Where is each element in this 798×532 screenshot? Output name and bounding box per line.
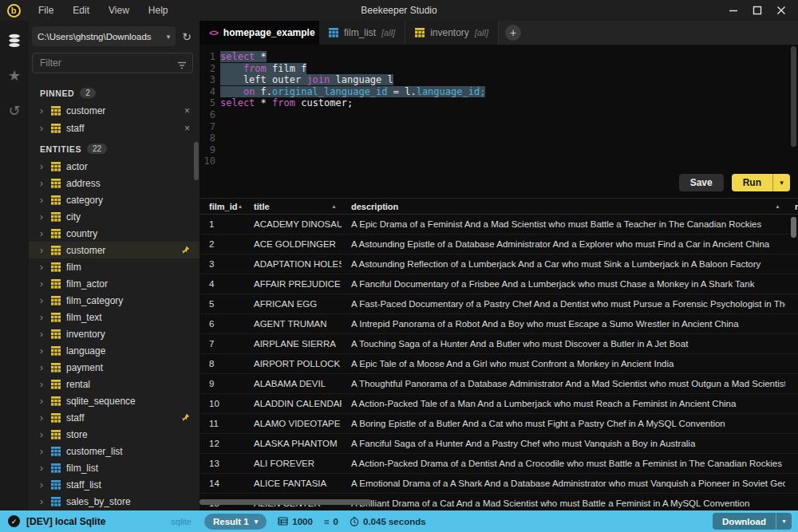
cell-film-id[interactable]: 2 <box>200 239 244 249</box>
menu-help[interactable]: Help <box>140 3 176 18</box>
cell-title[interactable]: AFRICAN EGG <box>244 299 342 309</box>
code-line[interactable]: select * from customer; <box>220 97 798 109</box>
results-vertical-scrollbar[interactable] <box>791 217 796 238</box>
cell-title[interactable]: ALICE FANTASIA <box>244 479 342 488</box>
code-line[interactable]: from film f <box>220 63 798 75</box>
cell-film-id[interactable]: 1 <box>200 219 244 229</box>
cell-title[interactable]: ALI FOREVER <box>244 459 342 468</box>
column-header-title[interactable]: title▲ <box>244 202 342 211</box>
refresh-icon[interactable]: ↻ <box>180 30 193 43</box>
sidebar-item-sqlite_sequence[interactable]: ›sqlite_sequence <box>29 392 200 409</box>
cell-title[interactable]: AFFAIR PREJUDICE <box>244 279 342 289</box>
connection-dropdown[interactable]: C:\Users\ghstng\Downloads ▾ <box>32 26 176 46</box>
cell-film-id[interactable]: 4 <box>200 279 244 289</box>
column-header-r[interactable]: r <box>785 202 798 211</box>
cell-title[interactable]: AGENT TRUMAN <box>244 319 342 329</box>
cell-title[interactable]: ALADDIN CALENDAR <box>244 399 342 408</box>
filter-input[interactable] <box>32 53 193 73</box>
cell-description[interactable]: A Epic Tale of a Moose And a Girl who mu… <box>342 359 785 368</box>
code-line[interactable] <box>220 156 798 167</box>
sql-editor[interactable]: 12345678910 select * from film f left ou… <box>200 45 798 198</box>
sidebar-item-film[interactable]: ›film <box>29 258 200 275</box>
cell-description[interactable]: A Astounding Epistle of a Database Admin… <box>342 239 785 249</box>
sort-arrow-icon[interactable]: ▲ <box>237 203 243 209</box>
sidebar-item-customer_list[interactable]: ›customer_list <box>29 443 200 459</box>
history-panel-button[interactable]: ↺ <box>4 100 25 121</box>
cell-title[interactable]: ALABAMA DEVIL <box>244 379 342 388</box>
cell-description[interactable]: A Thoughtful Panorama of a Database Admi… <box>342 379 785 388</box>
download-options-button[interactable]: ▾ <box>776 513 792 530</box>
cell-description[interactable]: A Fast-Paced Documentary of a Pastry Che… <box>342 299 785 309</box>
cell-film-id[interactable]: 3 <box>200 259 244 269</box>
close-button[interactable] <box>772 2 790 18</box>
sidebar-item-film_text[interactable]: ›film_text <box>29 309 200 325</box>
code-line[interactable] <box>220 109 798 121</box>
sidebar-item-payment[interactable]: ›payment <box>29 359 200 376</box>
cell-film-id[interactable]: 8 <box>200 359 244 368</box>
cell-description[interactable]: A Astounding Reflection of a Lumberjack … <box>342 259 785 269</box>
app-logo[interactable]: b <box>0 0 27 21</box>
cell-description[interactable]: A Brilliant Drama of a Cat And a Mad Sci… <box>342 499 785 508</box>
cell-title[interactable]: AIRPLANE SIERRA <box>244 339 342 349</box>
cell-description[interactable]: A Intrepid Panorama of a Robot And a Boy… <box>342 319 785 329</box>
sidebar-item-address[interactable]: ›address <box>29 175 200 191</box>
cell-title[interactable]: ALASKA PHANTOM <box>244 439 342 448</box>
cell-film-id[interactable]: 6 <box>200 319 244 329</box>
cell-title[interactable]: ALAMO VIDEOTAPE <box>244 419 342 428</box>
sidebar-item-sales_by_store[interactable]: ›sales_by_store <box>29 493 200 510</box>
cell-title[interactable]: ACE GOLDFINGER <box>244 239 342 249</box>
status-connection[interactable]: ✓ [DEV] local Sqlite sqlite <box>0 515 200 527</box>
cell-description[interactable]: A Touching Saga of a Hunter And a Butler… <box>342 339 785 349</box>
cell-film-id[interactable]: 12 <box>200 439 244 448</box>
cell-description[interactable]: A Fanciful Saga of a Hunter And a Pastry… <box>342 439 785 448</box>
cell-title[interactable]: ACADEMY DINOSAUR <box>244 219 342 229</box>
sidebar-item-staff_list[interactable]: ›staff_list <box>29 476 200 493</box>
cell-film-id[interactable]: 5 <box>200 299 244 309</box>
result-selector[interactable]: Result 1 ▾ <box>204 514 267 530</box>
cell-film-id[interactable]: 11 <box>200 419 244 428</box>
sidebar-item-city[interactable]: ›city <box>29 208 200 225</box>
cell-film-id[interactable]: 9 <box>200 379 244 388</box>
editor-scrollbar[interactable] <box>791 46 796 147</box>
results-horizontal-scrollbar[interactable] <box>200 499 371 505</box>
sidebar-item-actor[interactable]: ›actor <box>29 158 200 175</box>
sidebar-item-country[interactable]: ›country <box>29 225 200 242</box>
sidebar-item-rental[interactable]: ›rental <box>29 376 200 392</box>
tab-homepage_example[interactable]: <>homepage_example× <box>200 21 319 45</box>
cell-description[interactable]: A Boring Epistle of a Butler And a Cat w… <box>342 419 785 428</box>
code-line[interactable]: on f.original_language_id = l.language_i… <box>220 86 798 98</box>
column-header-description[interactable]: description▲ <box>342 202 785 211</box>
sidebar-item-language[interactable]: ›language <box>29 342 200 359</box>
unpin-close-icon[interactable]: × <box>184 105 190 116</box>
download-button[interactable]: Download <box>713 513 776 530</box>
cell-title[interactable]: ADAPTATION HOLES <box>244 259 342 269</box>
cell-film-id[interactable]: 10 <box>200 399 244 408</box>
sidebar-scrollbar[interactable] <box>194 142 199 180</box>
cell-description[interactable]: A Action-Packed Drama of a Dentist And a… <box>342 459 785 468</box>
cell-description[interactable]: A Action-Packed Tale of a Man And a Lumb… <box>342 399 785 408</box>
sidebar-item-customer[interactable]: ›customer <box>29 242 200 258</box>
column-header-film_id[interactable]: film_id▲ <box>200 202 244 211</box>
sidebar-item-film_category[interactable]: ›film_category <box>29 292 200 309</box>
new-tab-button[interactable]: + <box>505 25 521 41</box>
sidebar-item-category[interactable]: ›category <box>29 191 200 208</box>
sidebar-item-film_actor[interactable]: ›film_actor <box>29 275 200 292</box>
tab-film_list[interactable]: film_list[all] <box>319 21 405 45</box>
tab-inventory[interactable]: inventory[all] <box>405 21 499 45</box>
cell-film-id[interactable]: 7 <box>200 339 244 349</box>
cell-description[interactable]: A Epic Drama of a Feminist And a Mad Sci… <box>342 219 785 229</box>
cell-title[interactable]: AIRPORT POLLOCK <box>244 359 342 368</box>
code-line[interactable]: left outer join language l <box>220 74 798 86</box>
run-options-button[interactable]: ▾ <box>772 174 790 191</box>
sidebar-item-store[interactable]: ›store <box>29 426 200 443</box>
pinned-item-customer[interactable]: ›customer× <box>29 102 200 120</box>
code-line[interactable] <box>220 132 798 144</box>
favorites-panel-button[interactable]: ★ <box>4 65 25 86</box>
cell-film-id[interactable]: 14 <box>200 479 244 488</box>
menu-file[interactable]: File <box>30 3 61 18</box>
minimize-button[interactable] <box>725 2 742 18</box>
run-button[interactable]: Run <box>732 174 772 191</box>
menu-view[interactable]: View <box>101 3 137 18</box>
save-button[interactable]: Save <box>679 174 724 191</box>
maximize-button[interactable] <box>749 2 766 18</box>
